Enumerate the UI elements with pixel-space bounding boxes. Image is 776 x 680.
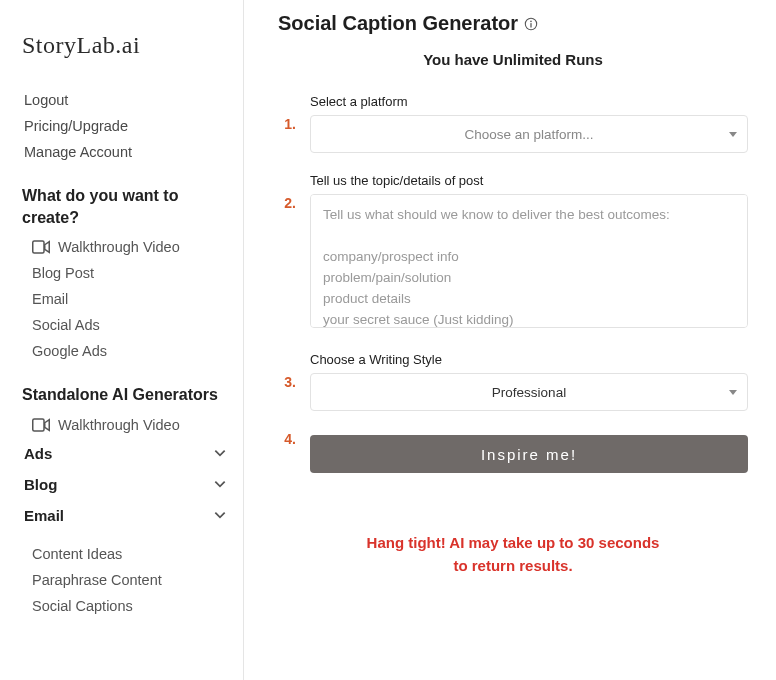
sidebar-item-label: Walkthrough Video: [58, 239, 180, 255]
accordion-label: Blog: [24, 476, 57, 493]
chevron-down-icon: [213, 477, 227, 491]
step-1: 1. Select a platform Choose an platform.…: [278, 94, 748, 153]
wait-message: Hang tight! AI may take up to 30 seconds…: [278, 531, 748, 578]
chevron-down-icon: [213, 446, 227, 460]
step-2: 2. Tell us the topic/details of post: [278, 173, 748, 332]
info-icon[interactable]: [524, 17, 538, 31]
inspire-me-button[interactable]: Inspire me!: [310, 435, 748, 473]
topic-textarea[interactable]: [310, 194, 748, 328]
sidebar-item-blog-post[interactable]: Blog Post: [22, 260, 229, 286]
accordion-label: Ads: [24, 445, 52, 462]
page-title: Social Caption Generator: [278, 12, 518, 35]
video-icon: [32, 418, 50, 432]
bottom-list: Content Ideas Paraphrase Content Social …: [22, 541, 229, 619]
sidebar: StoryLab.ai Logout Pricing/Upgrade Manag…: [0, 0, 244, 680]
step-number: 3.: [278, 352, 296, 411]
svg-rect-0: [33, 241, 44, 253]
accordion-ads[interactable]: Ads: [22, 438, 229, 469]
step-label: Choose a Writing Style: [310, 352, 748, 367]
main-content: Social Caption Generator You have Unlimi…: [244, 0, 776, 680]
sidebar-item-paraphrase-content[interactable]: Paraphrase Content: [22, 567, 229, 593]
writing-style-select[interactable]: Professional: [310, 373, 748, 411]
sidebar-item-google-ads[interactable]: Google Ads: [22, 338, 229, 364]
accordion-blog[interactable]: Blog: [22, 469, 229, 500]
logout-link[interactable]: Logout: [22, 87, 229, 113]
step-label: Tell us the topic/details of post: [310, 173, 748, 188]
chevron-down-icon: [213, 508, 227, 522]
standalone-heading: Standalone AI Generators: [22, 384, 229, 406]
step-number: 2.: [278, 173, 296, 332]
account-nav: Logout Pricing/Upgrade Manage Account: [22, 87, 229, 165]
step-number: 4.: [278, 431, 296, 473]
accordion-email[interactable]: Email: [22, 500, 229, 531]
step-3: 3. Choose a Writing Style Professional: [278, 352, 748, 411]
svg-rect-4: [530, 23, 531, 27]
sidebar-item-walkthrough-video[interactable]: Walkthrough Video: [22, 234, 229, 260]
accordion-label: Email: [24, 507, 64, 524]
wait-line-2: to return results.: [318, 554, 708, 577]
pricing-link[interactable]: Pricing/Upgrade: [22, 113, 229, 139]
step-label: Select a platform: [310, 94, 748, 109]
svg-point-3: [530, 20, 532, 22]
svg-rect-1: [33, 419, 44, 431]
create-list: Walkthrough Video Blog Post Email Social…: [22, 234, 229, 364]
wait-line-1: Hang tight! AI may take up to 30 seconds: [318, 531, 708, 554]
sidebar-item-social-captions[interactable]: Social Captions: [22, 593, 229, 619]
video-icon: [32, 240, 50, 254]
step-number: 1.: [278, 94, 296, 153]
runs-status: You have Unlimited Runs: [278, 51, 748, 68]
brand-logo: StoryLab.ai: [22, 32, 229, 59]
sidebar-item-label: Walkthrough Video: [58, 417, 180, 433]
create-heading: What do you want to create?: [22, 185, 229, 228]
platform-select[interactable]: Choose an platform...: [310, 115, 748, 153]
manage-account-link[interactable]: Manage Account: [22, 139, 229, 165]
sidebar-item-content-ideas[interactable]: Content Ideas: [22, 541, 229, 567]
sidebar-item-social-ads[interactable]: Social Ads: [22, 312, 229, 338]
sidebar-item-standalone-walkthrough[interactable]: Walkthrough Video: [22, 412, 229, 438]
step-4: 4. Inspire me!: [278, 431, 748, 473]
standalone-list: Walkthrough Video: [22, 412, 229, 438]
sidebar-item-email[interactable]: Email: [22, 286, 229, 312]
